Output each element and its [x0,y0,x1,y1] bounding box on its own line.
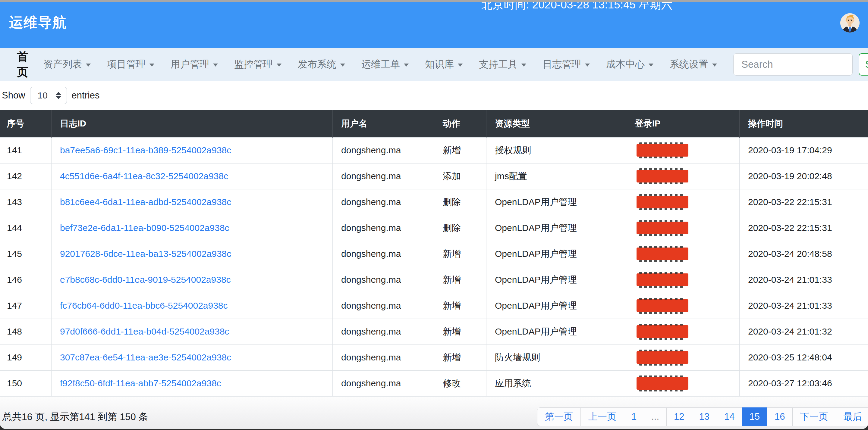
redacted-ip [637,247,688,260]
nav-item-support-tools[interactable]: 支持工具 [479,58,526,71]
redacted-ip [637,325,688,338]
pagination-page-16[interactable]: 16 [767,407,792,426]
log-id-link[interactable]: 92017628-6dce-11ea-ba13-5254002a938c [52,241,333,267]
table-row: 143 b81c6ee4-6da1-11ea-adbd-5254002a938c… [0,189,868,215]
nav-item-users[interactable]: 用户管理 [170,58,218,71]
nav-item-release[interactable]: 发布系统 [298,58,345,71]
col-header-username: 用户名 [333,110,434,137]
redacted-ip [637,351,688,364]
nav-item-knowledge-base[interactable]: 知识库 [425,58,463,71]
nav-item-log-management[interactable]: 日志管理 [542,58,590,71]
redacted-ip [637,377,688,390]
cell-operation-time: 2020-03-19 20:02:48 [740,163,868,189]
redacted-ip [637,144,688,157]
pagination-page-1[interactable]: 1 [624,407,644,426]
chevron-down-icon [712,64,717,67]
cell-index: 144 [0,215,52,241]
pagination-page-14[interactable]: 14 [717,407,742,426]
table-row: 150 f92f8c50-6fdf-11ea-abb7-5254002a938c… [0,370,868,396]
app-title: 运维导航 [9,13,67,32]
main-nav: 首页 资产列表 项目管理 用户管理 监控管理 发布系统 运维工单 知识库 支持工… [0,48,868,81]
search-button[interactable]: Search [859,53,868,75]
cell-action: 添加 [434,163,487,189]
pagination-page-12[interactable]: 12 [666,407,692,426]
page-size-select[interactable]: 10 [30,87,67,104]
nav-item-label: 项目管理 [107,58,146,71]
nav-item-cost-center[interactable]: 成本中心 [606,58,653,71]
cell-username: dongsheng.ma [333,344,434,370]
col-header-log-id: 日志ID [52,110,333,137]
col-header-login-ip: 登录IP [626,110,740,137]
pagination-summary: 总共16 页, 显示第141 到第 150 条 [2,410,148,424]
nav-item-label: 成本中心 [606,58,645,71]
nav-item-monitoring[interactable]: 监控管理 [234,58,281,71]
select-arrows-icon [56,92,61,99]
pagination-next-page[interactable]: 下一页 [792,407,836,426]
pagination-prev-page[interactable]: 上一页 [581,407,624,426]
chevron-down-icon [585,64,590,67]
log-id-link[interactable]: 97d0f666-6dd1-11ea-b04d-5254002a938c [52,319,333,344]
app-header: 运维导航 北京时间: 2020-03-28 13:15:45 星期六 [0,2,868,48]
cell-username: dongsheng.ma [333,189,434,215]
nav-item-label: 资产列表 [43,58,82,71]
log-id-link[interactable]: e7b8c68c-6dd0-11ea-9019-5254002a938c [52,267,333,293]
cell-action: 新增 [434,137,487,163]
pagination-page-13[interactable]: 13 [692,407,717,426]
chevron-down-icon [340,64,345,67]
table-row: 146 e7b8c68c-6dd0-11ea-9019-5254002a938c… [0,267,868,293]
log-id-link[interactable]: bef73e2e-6da1-11ea-b090-5254002a938c [52,215,333,241]
log-id-link[interactable]: b81c6ee4-6da1-11ea-adbd-5254002a938c [52,189,333,215]
cell-resource-type: 防火墙规则 [487,344,626,370]
table-row: 149 307c87ea-6e54-11ea-ae3e-5254002a938c… [0,344,868,370]
col-header-resource-type: 资源类型 [487,110,626,137]
cell-index: 141 [0,137,52,163]
pagination-page-15-active[interactable]: 15 [742,407,767,426]
cell-resource-type: 应用系统 [487,370,626,396]
cell-operation-time: 2020-03-27 12:03:46 [740,370,868,396]
cell-resource-type: OpenLDAP用户管理 [487,267,626,293]
pagination-first-page[interactable]: 第一页 [537,407,581,426]
cell-index: 143 [0,189,52,215]
table-row: 142 4c551d6e-6a4f-11ea-8c32-5254002a938c… [0,163,868,189]
cell-index: 146 [0,267,52,293]
table-row: 147 fc76cb64-6dd0-11ea-bbc6-5254002a938c… [0,293,868,319]
nav-item-home[interactable]: 首页 [17,49,28,80]
nav-item-system-settings[interactable]: 系统设置 [670,58,717,71]
table-row: 144 bef73e2e-6da1-11ea-b090-5254002a938c… [0,215,868,241]
pagination: 第一页 上一页 1 ... 12 13 14 15 16 下一页 最后 [537,407,868,426]
cell-resource-type: OpenLDAP用户管理 [487,215,626,241]
user-avatar[interactable] [840,13,860,33]
chevron-down-icon [521,64,526,67]
table-header: 序号 日志ID 用户名 动作 资源类型 登录IP 操作时间 [0,110,868,137]
cell-username: dongsheng.ma [333,137,434,163]
nav-item-assets[interactable]: 资产列表 [43,58,91,71]
chevron-down-icon [213,64,218,67]
table-row: 141 ba7ee5a6-69c1-11ea-b389-5254002a938c… [0,137,868,163]
cell-resource-type: 授权规则 [487,137,626,163]
cell-action: 删除 [434,215,487,241]
nav-item-label: 用户管理 [170,58,209,71]
cell-index: 150 [0,370,52,396]
col-header-index: 序号 [0,110,52,137]
col-header-operation-time: 操作时间 [740,110,868,137]
cell-operation-time: 2020-03-25 12:48:04 [740,344,868,370]
search-input[interactable] [733,53,852,75]
cell-action: 删除 [434,189,487,215]
cell-action: 新增 [434,344,487,370]
nav-item-label: 知识库 [425,58,454,71]
nav-item-tickets[interactable]: 运维工单 [361,58,409,71]
log-id-link[interactable]: 4c551d6e-6a4f-11ea-8c32-5254002a938c [52,163,333,189]
redacted-ip [637,196,688,208]
nav-item-label: 支持工具 [479,58,518,71]
nav-item-projects[interactable]: 项目管理 [107,58,154,71]
cell-action: 新增 [434,293,487,319]
log-id-link[interactable]: fc76cb64-6dd0-11ea-bbc6-5254002a938c [52,293,333,319]
log-id-link[interactable]: ba7ee5a6-69c1-11ea-b389-5254002a938c [52,137,333,163]
cell-operation-time: 2020-03-24 20:48:58 [740,241,868,267]
cell-operation-time: 2020-03-22 22:15:31 [740,215,868,241]
pagination-last-page[interactable]: 最后 [836,407,868,426]
log-id-link[interactable]: 307c87ea-6e54-11ea-ae3e-5254002a938c [52,344,333,370]
cell-username: dongsheng.ma [333,215,434,241]
log-id-link[interactable]: f92f8c50-6fdf-11ea-abb7-5254002a938c [52,370,333,396]
chevron-down-icon [86,64,91,67]
